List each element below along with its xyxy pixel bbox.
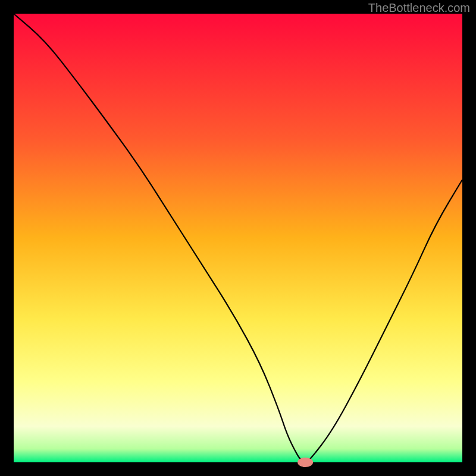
- bottleneck-chart: [0, 0, 476, 476]
- chart-frame: TheBottleneck.com: [0, 0, 476, 476]
- optimal-point-marker: [298, 458, 313, 467]
- plot-background: [14, 14, 462, 462]
- watermark-text: TheBottleneck.com: [368, 1, 470, 15]
